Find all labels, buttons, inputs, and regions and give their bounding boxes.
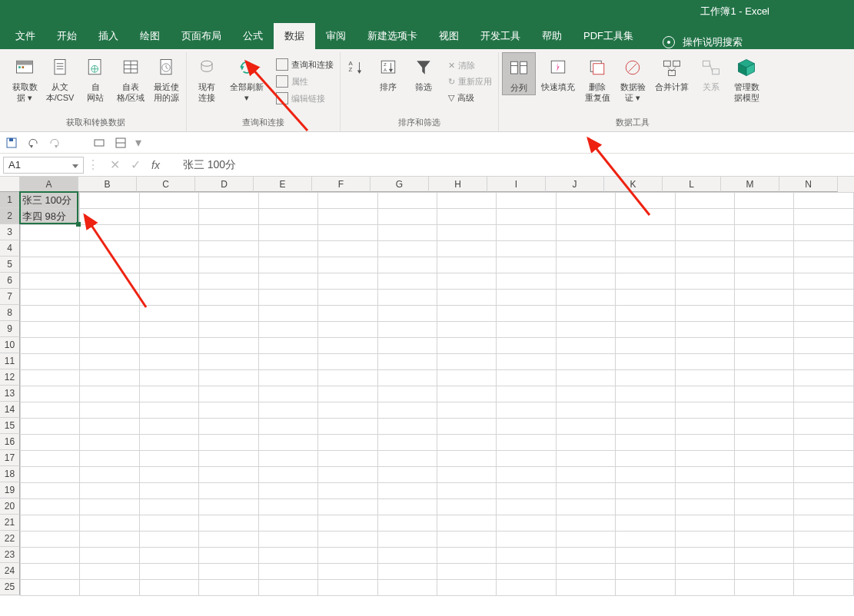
cell-L20[interactable] bbox=[675, 499, 734, 515]
cell-A10[interactable] bbox=[21, 338, 80, 354]
cell-G14[interactable] bbox=[377, 402, 437, 419]
cell-F5[interactable] bbox=[318, 257, 377, 273]
cell-B6[interactable] bbox=[80, 273, 139, 290]
row-header-15[interactable]: 15 bbox=[0, 418, 20, 434]
cell-D16[interactable] bbox=[199, 435, 258, 451]
cell-D2[interactable] bbox=[199, 209, 258, 225]
cell-C20[interactable] bbox=[139, 499, 198, 515]
cell-H4[interactable] bbox=[437, 241, 496, 257]
cell-E2[interactable] bbox=[258, 209, 317, 225]
tab-formula[interactable]: 公式 bbox=[232, 22, 274, 49]
cell-B10[interactable] bbox=[80, 338, 139, 354]
cell-C16[interactable] bbox=[139, 435, 198, 451]
cell-G21[interactable] bbox=[377, 515, 437, 532]
cell-N4[interactable] bbox=[794, 241, 854, 257]
cell-A7[interactable] bbox=[21, 290, 80, 306]
cell-F23[interactable] bbox=[318, 548, 377, 564]
cell-L14[interactable] bbox=[675, 402, 734, 419]
cell-B18[interactable] bbox=[80, 467, 139, 483]
cell-A9[interactable] bbox=[21, 322, 80, 338]
cell-E7[interactable] bbox=[258, 290, 317, 306]
cell-H16[interactable] bbox=[437, 435, 496, 451]
cell-N2[interactable] bbox=[794, 209, 854, 225]
remove-duplicates-button[interactable]: 删除 重复值 bbox=[580, 52, 614, 104]
fx-icon[interactable]: fx bbox=[151, 159, 160, 171]
data-validation-button[interactable]: 数据验 证 ▾ bbox=[616, 52, 650, 104]
row-header-10[interactable]: 10 bbox=[0, 337, 20, 353]
cell-A5[interactable] bbox=[21, 257, 80, 273]
cell-J2[interactable] bbox=[556, 209, 615, 225]
cell-H20[interactable] bbox=[437, 499, 496, 515]
cell-D1[interactable] bbox=[199, 193, 258, 209]
row-header-9[interactable]: 9 bbox=[0, 321, 20, 337]
cell-E9[interactable] bbox=[258, 322, 317, 338]
cell-L16[interactable] bbox=[675, 435, 734, 451]
cell-C17[interactable] bbox=[139, 451, 198, 467]
cell-I6[interactable] bbox=[497, 273, 556, 290]
cell-K18[interactable] bbox=[616, 467, 675, 483]
column-header-K[interactable]: K bbox=[604, 177, 663, 192]
cell-E22[interactable] bbox=[258, 532, 317, 548]
cell-G15[interactable] bbox=[377, 419, 437, 435]
cell-J23[interactable] bbox=[556, 548, 615, 564]
tab-data[interactable]: 数据 bbox=[274, 22, 315, 49]
row-header-11[interactable]: 11 bbox=[0, 353, 20, 369]
cell-N18[interactable] bbox=[794, 467, 854, 483]
cell-A4[interactable] bbox=[21, 241, 80, 257]
cell-M18[interactable] bbox=[735, 467, 794, 483]
cell-J15[interactable] bbox=[556, 419, 615, 435]
cell-L19[interactable] bbox=[675, 483, 734, 499]
cell-A11[interactable] bbox=[21, 354, 80, 370]
cell-I23[interactable] bbox=[497, 548, 556, 564]
row-header-23[interactable]: 23 bbox=[0, 547, 20, 563]
cell-J17[interactable] bbox=[556, 451, 615, 467]
cell-N14[interactable] bbox=[794, 402, 854, 419]
cell-F4[interactable] bbox=[318, 241, 377, 257]
cell-M4[interactable] bbox=[735, 241, 794, 257]
cell-M3[interactable] bbox=[735, 225, 794, 241]
cell-N3[interactable] bbox=[794, 225, 854, 241]
cell-I5[interactable] bbox=[497, 257, 556, 273]
cell-K17[interactable] bbox=[616, 451, 675, 467]
cell-H13[interactable] bbox=[437, 386, 496, 402]
cell-H24[interactable] bbox=[437, 564, 496, 580]
column-header-D[interactable]: D bbox=[195, 177, 254, 192]
cells-area[interactable]: 张三 100分李四 98分 bbox=[20, 192, 854, 596]
advanced-filter-button[interactable]: ▽高级 bbox=[445, 91, 495, 105]
row-header-19[interactable]: 19 bbox=[0, 482, 20, 498]
cell-H14[interactable] bbox=[437, 402, 496, 419]
cell-C19[interactable] bbox=[139, 483, 198, 499]
cell-G12[interactable] bbox=[377, 370, 437, 386]
cell-L6[interactable] bbox=[675, 273, 734, 290]
cell-E1[interactable] bbox=[258, 193, 317, 209]
cell-B24[interactable] bbox=[80, 564, 139, 580]
cell-K4[interactable] bbox=[616, 241, 675, 257]
qat-extra-button[interactable] bbox=[92, 136, 106, 150]
cell-N11[interactable] bbox=[794, 354, 854, 370]
cancel-icon[interactable]: ✕ bbox=[110, 157, 120, 172]
cell-A12[interactable] bbox=[21, 370, 80, 386]
cell-B5[interactable] bbox=[80, 257, 139, 273]
cell-I17[interactable] bbox=[497, 451, 556, 467]
cell-F8[interactable] bbox=[318, 306, 377, 322]
cell-B1[interactable] bbox=[80, 193, 139, 209]
row-header-3[interactable]: 3 bbox=[0, 224, 20, 240]
cell-F19[interactable] bbox=[318, 483, 377, 499]
cell-L23[interactable] bbox=[675, 548, 734, 564]
row-header-8[interactable]: 8 bbox=[0, 305, 20, 321]
cell-D5[interactable] bbox=[199, 257, 258, 273]
column-header-E[interactable]: E bbox=[254, 177, 312, 192]
cell-G17[interactable] bbox=[377, 451, 437, 467]
cell-F3[interactable] bbox=[318, 225, 377, 241]
cell-A16[interactable] bbox=[21, 435, 80, 451]
cell-K22[interactable] bbox=[616, 532, 675, 548]
cell-K7[interactable] bbox=[616, 290, 675, 306]
cell-J14[interactable] bbox=[556, 402, 615, 419]
cell-G11[interactable] bbox=[377, 354, 437, 370]
cell-D6[interactable] bbox=[199, 273, 258, 290]
cell-H21[interactable] bbox=[437, 515, 496, 532]
cell-J19[interactable] bbox=[556, 483, 615, 499]
tab-layout[interactable]: 页面布局 bbox=[171, 22, 232, 49]
cell-G1[interactable] bbox=[377, 193, 437, 209]
cell-I7[interactable] bbox=[497, 290, 556, 306]
